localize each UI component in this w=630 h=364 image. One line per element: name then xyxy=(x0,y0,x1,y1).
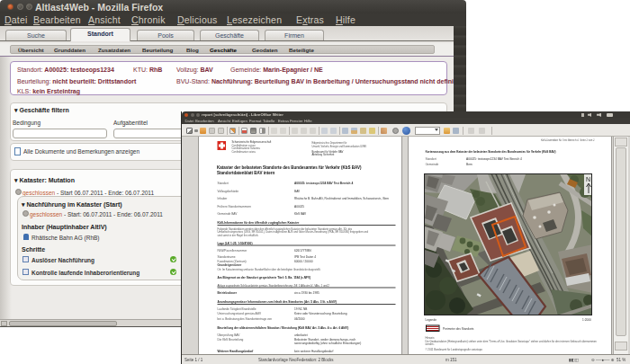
svg-text:N: N xyxy=(586,176,590,182)
